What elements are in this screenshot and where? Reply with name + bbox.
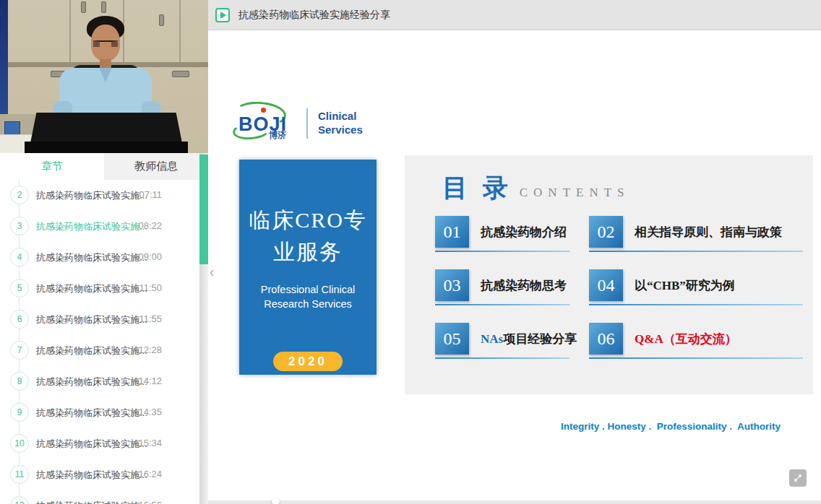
toc-number: 06 [589,323,623,355]
chapter-title: 抗感染药物临床试验实施... [36,344,147,357]
toc-underline [589,251,803,252]
sidebar-collapse-chevron-icon[interactable]: ‹ [206,264,218,280]
chapter-number-badge: 12 [10,496,29,504]
contents-heading-cn: 目 录 [442,171,512,205]
toc-underline [589,357,803,359]
chapter-row[interactable]: 7 抗感染药物临床试验实施... 12:28 [0,335,199,366]
chapter-duration: 09:00 [138,251,162,262]
logo-tagline: Clinical Services [318,110,363,137]
logo-tagline-line2: Services [318,123,363,137]
book-subtitle: Professional Clinical Research Services [239,283,377,311]
book-title: 临床CRO专业服务 [239,204,377,267]
cabinet-handle [159,14,164,26]
tab-teacher-info[interactable]: 教师信息 [104,153,208,180]
chapter-duration: 11:50 [139,282,162,293]
chapter-title: 抗感染药物临床试验实施... [36,220,147,233]
toc-title-rest: 项目经验分享 [503,332,577,346]
chapter-title: 抗感染药物临床试验实施... [36,375,147,388]
chapter-duration: 12:28 [138,344,162,355]
logo-divider [306,108,308,139]
toc-item-02: 02 相关指导原则、指南与政策 [589,216,782,248]
fullscreen-button[interactable] [789,469,807,487]
toc-title: 抗感染药物介绍 [481,224,567,240]
seek-handle[interactable] [272,498,280,504]
toc-number: 03 [435,269,469,301]
book-cover: 临床CRO专业服务 Professional Clinical Research… [239,160,377,375]
chapter-list: 2 抗感染药物临床试验实施... 07:11 3 抗感染药物临床试验实施... … [0,180,199,504]
chapter-number-badge: 2 [10,186,29,204]
chapter-title: 抗感染药物临床试验实施... [36,189,147,202]
toc-item-01: 01 抗感染药物介绍 [435,216,567,248]
boji-logo-mark: BOJI 博济 [237,105,293,142]
toc-title: 相关指导原则、指南与政策 [635,224,782,240]
chapter-duration: 16:56 [138,500,162,504]
chapter-row[interactable]: 12 抗感染药物临床试验实施... 16:56 [0,490,199,504]
sidebar: 章节 教师信息 2 抗感染药物临床试验实施... 07:11 3 抗感染药物临床… [0,0,208,504]
chapter-duration: 16:24 [138,469,162,479]
toc-number: 04 [589,269,623,301]
chapter-number-badge: 8 [10,372,29,391]
chapter-number-badge: 4 [10,248,29,266]
sidebar-scrollbar[interactable] [199,153,208,504]
chapter-row[interactable]: 8 抗感染药物临床试验实施... 14:12 [0,366,199,397]
chapter-number-badge: 7 [10,341,29,360]
cabinet-seam [179,0,181,62]
logo-dot-icon [261,108,266,113]
toc-title: 以“CHB”研究为例 [635,277,735,294]
toc-underline [435,304,569,305]
contents-heading: 目 录 CONTENTS [442,171,630,205]
toc-underline [589,304,803,305]
toc-item-03: 03 抗感染药物思考 [435,269,567,301]
video-progress-bar[interactable] [208,500,821,504]
topbar: 抗感染药物临床试验实施经验分享 [208,0,821,30]
sidebar-tabs: 章节 教师信息 [0,153,208,180]
chapter-number-badge: 6 [10,310,29,329]
toc-title: NAs项目经验分享 [481,331,577,347]
chapter-row[interactable]: 10 抗感染药物临床试验实施... 15:34 [0,428,199,459]
boji-logo: BOJI 博济 Clinical Services [237,105,363,142]
toc-number: 05 [435,323,469,355]
chapter-row[interactable]: 5 抗感染药物临床试验实施... 11:50 [0,273,199,304]
toc-number: 02 [589,216,623,248]
toc-item-05: 05 NAs项目经验分享 [435,323,577,355]
toc-underline [435,357,569,359]
chapter-row[interactable]: 6 抗感染药物临床试验实施... 11:55 [0,304,199,335]
toc-underline [435,251,569,252]
chapter-row[interactable]: 4 抗感染药物临床试验实施... 09:00 [0,242,199,273]
cabinet-handle [101,1,106,13]
chapter-number-badge: 9 [10,403,29,422]
chapter-number-badge: 5 [10,279,29,297]
toc-title-prefix: NAs [481,332,503,346]
chapter-title: 抗感染药物临床试验实施... [36,251,147,264]
tab-chapters[interactable]: 章节 [0,153,104,180]
book-year-badge: 2020 [273,352,343,371]
contents-heading-en: CONTENTS [520,186,630,200]
chapter-number-badge: 3 [10,217,29,235]
toc-title: Q&A（互动交流） [635,331,737,347]
toc-item-06: 06 Q&A（互动交流） [589,323,737,355]
contents-panel: 目 录 CONTENTS 01 抗感染药物介绍 02 相关指导原则、指南与政策 … [405,155,813,394]
chapter-duration: 14:12 [138,375,162,386]
chapter-title: 抗感染药物临床试验实施... [36,500,147,504]
toc-item-04: 04 以“CHB”研究为例 [589,269,735,301]
chapter-number-badge: 10 [10,434,29,453]
play-icon [215,8,230,22]
chapter-row[interactable]: 2 抗感染药物临床试验实施... 07:11 [0,180,199,211]
chapter-duration: 07:11 [139,189,162,200]
chapter-title: 抗感染药物临床试验实施... [36,282,147,295]
laptop [30,113,182,143]
app-window: 章节 教师信息 2 抗感染药物临床试验实施... 07:11 3 抗感染药物临床… [0,0,821,504]
logo-tagline-line1: Clinical [318,110,363,123]
chapter-title: 抗感染药物临床试验实施... [36,469,147,482]
instructor-video[interactable] [0,0,208,153]
chapter-row[interactable]: 9 抗感染药物临床试验实施... 14:35 [0,397,199,428]
chapter-title: 抗感染药物临床试验实施... [36,438,147,451]
sidebar-scrollbar-thumb[interactable] [199,155,208,264]
expand-arrows-icon [793,473,803,483]
toc-title: 抗感染药物思考 [481,277,567,294]
chapter-row[interactable]: 11 抗感染药物临床试验实施... 16:24 [0,459,199,490]
laptop-base [25,142,188,153]
chapter-row[interactable]: 3 抗感染药物临床试验实施... 08:22 [0,211,199,242]
chapter-title: 抗感染药物临床试验实施... [36,407,147,420]
chapter-duration: 15:34 [138,438,162,448]
